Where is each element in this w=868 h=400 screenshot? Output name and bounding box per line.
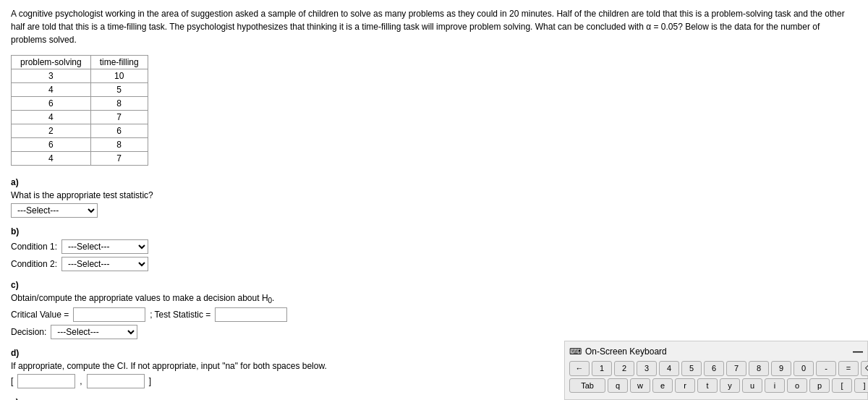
decision-label: Decision: (11, 327, 46, 337)
critical-value-input[interactable] (73, 307, 145, 322)
osk-key[interactable]: p (809, 378, 830, 393)
osk-key[interactable]: 9 (771, 361, 791, 376)
test-statistic-select[interactable]: ---Select--- (11, 203, 98, 218)
osk-key[interactable]: 0 (793, 361, 814, 376)
section-a: a) What is the appropriate test statisti… (11, 177, 857, 218)
section-b-label: b) (11, 226, 857, 237)
condition2-select[interactable]: ---Select--- (61, 257, 148, 271)
osk-key[interactable]: i (765, 378, 785, 393)
osk-key[interactable]: u (742, 378, 762, 393)
table-cell: 5 (90, 83, 148, 97)
ci-open-bracket: [ (11, 376, 13, 386)
osk-row-2: Tabqwertyuiop[]\DelEndPgDn (569, 378, 863, 393)
table-cell: 4 (12, 83, 91, 97)
table-cell: 3 (12, 69, 91, 83)
osk-key[interactable]: r (675, 378, 695, 393)
osk-key[interactable]: q (608, 378, 628, 393)
on-screen-keyboard: ⌨ On-Screen Keyboard — ←1234567890-=⌫Hom… (564, 341, 868, 400)
osk-key[interactable]: 7 (726, 361, 746, 376)
table-cell: 8 (90, 97, 148, 111)
section-c-label: c) (11, 280, 857, 290)
decision-select[interactable]: ---Select--- (51, 325, 137, 339)
osk-title-text: On-Screen Keyboard (585, 346, 667, 357)
osk-close-button[interactable]: — (853, 346, 863, 357)
table-cell: 2 (12, 124, 91, 138)
table-cell: 10 (90, 69, 148, 83)
condition1-label: Condition 1: (11, 242, 57, 252)
osk-key[interactable]: 4 (659, 361, 679, 376)
osk-key[interactable]: 3 (637, 361, 657, 376)
ci-upper-input[interactable] (87, 374, 145, 388)
table-cell: 7 (90, 111, 148, 124)
ci-lower-input[interactable] (17, 374, 75, 388)
critical-value-label: Critical Value = (11, 310, 69, 320)
col-header-problem-solving: problem-solving (12, 56, 91, 69)
osk-key[interactable]: 6 (704, 361, 724, 376)
osk-key[interactable]: w (630, 378, 650, 393)
table-cell: 6 (12, 138, 91, 152)
table-cell: 7 (90, 152, 148, 166)
problem-text: A cognitive psychologist working in the … (11, 7, 857, 46)
ci-comma: , (80, 376, 82, 386)
osk-key[interactable]: 8 (749, 361, 769, 376)
data-table: problem-solving time-filling 31045684726… (11, 55, 148, 166)
condition2-label: Condition 2: (11, 259, 57, 269)
osk-key[interactable]: y (720, 378, 740, 393)
osk-key[interactable]: [ (832, 378, 852, 393)
keyboard-icon: ⌨ (569, 346, 582, 357)
osk-key[interactable]: = (838, 361, 859, 376)
osk-key[interactable]: ] (854, 378, 868, 393)
osk-key[interactable]: ← (569, 361, 590, 376)
osk-key[interactable]: e (652, 378, 673, 393)
osk-key[interactable]: 1 (592, 361, 612, 376)
osk-key[interactable]: Tab (569, 378, 605, 393)
osk-key[interactable]: - (816, 361, 836, 376)
ci-close-bracket: ] (149, 376, 151, 386)
table-cell: 6 (90, 124, 148, 138)
table-cell: 8 (90, 138, 148, 152)
table-cell: 4 (12, 111, 91, 124)
condition1-select[interactable]: ---Select--- (61, 239, 148, 254)
col-header-time-filling: time-filling (90, 56, 148, 69)
osk-key[interactable]: 5 (681, 361, 702, 376)
section-b: b) Condition 1: ---Select--- Condition 2… (11, 226, 857, 271)
section-c-text: Obtain/compute the appropriate values to… (11, 293, 274, 305)
table-cell: 4 (12, 152, 91, 166)
osk-title: ⌨ On-Screen Keyboard (569, 346, 667, 357)
section-c: c) Obtain/compute the appropriate values… (11, 280, 857, 339)
test-statistic-input[interactable] (215, 307, 287, 322)
osk-key[interactable]: 2 (614, 361, 634, 376)
osk-key[interactable]: t (697, 378, 718, 393)
section-a-label: a) (11, 177, 857, 187)
section-a-text: What is the appropriate test statistic? (11, 190, 153, 200)
osk-row-1: ←1234567890-=⌫HomePgUp (569, 361, 863, 376)
osk-key[interactable]: o (787, 378, 807, 393)
table-cell: 6 (12, 97, 91, 111)
test-statistic-label: ; Test Statistic = (150, 310, 210, 320)
osk-key[interactable]: ⌫ (861, 361, 868, 376)
osk-title-bar: ⌨ On-Screen Keyboard — (569, 346, 863, 357)
